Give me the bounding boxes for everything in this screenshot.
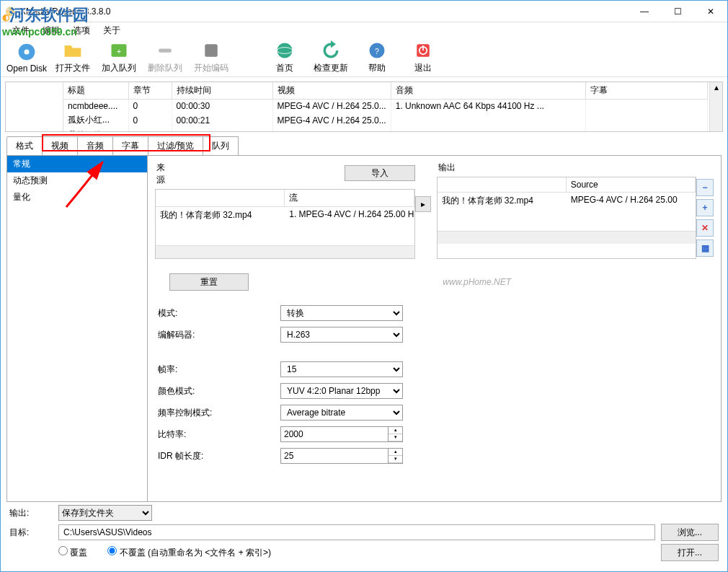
svg-text:+: + xyxy=(117,47,121,56)
side-item-general[interactable]: 常规 xyxy=(7,156,147,172)
tab-subtitle[interactable]: 字幕 xyxy=(112,136,148,155)
source-header: Source xyxy=(567,177,696,193)
import-button[interactable]: 导入 xyxy=(345,165,414,181)
minimize-button[interactable]: — xyxy=(628,1,661,22)
file-list[interactable]: 标题 章节 持续时间 视频 音频 字幕 ncmbdeee....000:00:3… xyxy=(5,82,723,132)
file-row[interactable]: 孤妖小红...000:00:21MPEG-4 AVC / H.264 25.0.… xyxy=(63,113,708,128)
col-subtitle[interactable]: 字幕 xyxy=(585,82,707,100)
start-encode-button: 开始编码 xyxy=(191,39,231,76)
bitrate-spinner[interactable]: ▴▾ xyxy=(389,426,403,442)
disk-icon xyxy=(17,42,37,62)
exit-button[interactable]: 退出 xyxy=(403,39,443,76)
output-mode-select[interactable]: 保存到文件夹 xyxy=(58,505,152,521)
close-button[interactable]: ✕ xyxy=(694,1,727,22)
help-button[interactable]: ? 帮助 xyxy=(357,39,397,76)
add-queue-icon: + xyxy=(109,40,129,61)
check-update-button[interactable]: 检查更新 xyxy=(311,39,351,76)
stream-header: 流 xyxy=(285,190,414,207)
remove-queue-icon xyxy=(155,40,175,61)
delete-item-button[interactable]: ✕ xyxy=(696,219,714,237)
watermark-small: www.pHome.NET xyxy=(443,277,511,287)
output-label: 输出 xyxy=(437,160,697,177)
side-item-dynamic[interactable]: 动态预测 xyxy=(7,172,147,189)
rate-select[interactable]: Average bitrate xyxy=(280,405,403,421)
exit-icon xyxy=(413,40,433,61)
tab-filter[interactable]: 过滤/预览 xyxy=(148,136,203,155)
col-title[interactable]: 标题 xyxy=(63,82,128,100)
tab-video[interactable]: 视频 xyxy=(42,136,78,155)
source-label: 来源 xyxy=(155,160,172,189)
encode-icon xyxy=(201,40,221,61)
overwrite-radio[interactable]: 覆盖 xyxy=(58,546,87,559)
idr-label: IDR 帧长度: xyxy=(158,450,280,462)
menubar: 文件 编辑 选项 关于 xyxy=(1,22,727,38)
menu-file[interactable]: 文件 xyxy=(6,23,35,38)
window-title: XMedia Recode 3.3.8.0 xyxy=(20,6,110,17)
maximize-button[interactable]: ☐ xyxy=(661,1,694,22)
target-label: 目标: xyxy=(9,527,53,539)
svg-text:?: ? xyxy=(375,47,379,56)
output-box: Source 我的！体育老师 32.mp4MPEG-4 AVC / H.264 … xyxy=(437,177,697,259)
scrollbar[interactable]: ▴ xyxy=(709,82,722,131)
bottom-panel: 输出: 保存到文件夹 目标: 浏览... 覆盖 不覆盖 (自动重命名为 <文件名… xyxy=(1,496,727,571)
bitrate-label: 比特率: xyxy=(158,428,280,441)
idr-spinner[interactable]: ▴▾ xyxy=(389,448,403,464)
tab-queue[interactable]: 队列 xyxy=(203,136,239,155)
grid-item-button[interactable]: ▦ xyxy=(696,239,714,257)
transfer-button[interactable]: ▸ xyxy=(415,196,431,212)
color-label: 颜色模式: xyxy=(158,385,280,397)
source-box: 流 我的！体育老师 32.mp41. MPEG-4 AVC / H.264 25… xyxy=(155,189,415,259)
hscroll[interactable] xyxy=(156,245,414,258)
tab-audio[interactable]: 音频 xyxy=(77,136,113,155)
codec-select[interactable]: H.263 xyxy=(280,327,403,343)
app-icon: 📀 xyxy=(5,6,16,17)
output-mode-label: 输出: xyxy=(9,507,53,519)
idr-input[interactable] xyxy=(280,448,389,464)
open-button[interactable]: 打开... xyxy=(661,544,719,561)
svg-point-1 xyxy=(25,49,30,54)
side-list: 常规 动态预测 量化 xyxy=(7,156,148,501)
reset-button[interactable]: 重置 xyxy=(169,273,249,291)
mode-select[interactable]: 转换 xyxy=(280,305,403,321)
file-row[interactable]: 我的！体...000:00:30MPEG-4 AVC / H.264 25.0.… xyxy=(63,128,708,132)
col-video[interactable]: 视频 xyxy=(272,82,391,100)
mode-label: 模式: xyxy=(158,307,280,320)
tabs: 格式 视频 音频 字幕 过滤/预览 队列 xyxy=(6,136,722,156)
remove-queue-button: 删除队列 xyxy=(145,39,185,76)
col-duration[interactable]: 持续时间 xyxy=(172,82,272,100)
menu-edit[interactable]: 编辑 xyxy=(37,23,66,38)
menu-options[interactable]: 选项 xyxy=(67,23,96,38)
content-panel: 常规 动态预测 量化 来源 导入 流 我的！体育老师 32.mp41. MPEG… xyxy=(6,156,722,502)
open-disk-button[interactable]: Open Disk xyxy=(6,39,47,76)
col-audio[interactable]: 音频 xyxy=(391,82,585,100)
svg-rect-5 xyxy=(205,44,218,57)
toolbar: Open Disk 打开文件 + 加入队列 删除队列 开始编码 首页 检查更新 … xyxy=(1,38,727,77)
rate-label: 频率控制模式: xyxy=(158,407,280,419)
refresh-icon xyxy=(321,40,341,61)
browse-button[interactable]: 浏览... xyxy=(661,524,719,541)
fps-select[interactable]: 15 xyxy=(280,361,403,377)
remove-item-button[interactable]: − xyxy=(696,179,714,196)
hscroll[interactable] xyxy=(438,231,696,244)
titlebar: 📀 XMedia Recode 3.3.8.0 — ☐ ✕ xyxy=(1,1,727,22)
codec-label: 编解码器: xyxy=(158,329,280,341)
svg-rect-4 xyxy=(159,48,172,52)
svg-point-6 xyxy=(278,43,293,58)
fps-label: 帧率: xyxy=(158,364,280,376)
col-chapter[interactable]: 章节 xyxy=(128,82,172,100)
home-button[interactable]: 首页 xyxy=(265,39,305,76)
tab-format[interactable]: 格式 xyxy=(6,136,43,155)
globe-icon xyxy=(275,40,295,61)
folder-icon xyxy=(63,40,83,61)
open-file-button[interactable]: 打开文件 xyxy=(53,39,93,76)
bitrate-input[interactable] xyxy=(280,426,389,442)
side-item-quantize[interactable]: 量化 xyxy=(7,189,147,206)
no-overwrite-radio[interactable]: 不覆盖 (自动重命名为 <文件名 + 索引>) xyxy=(107,546,271,559)
add-queue-button[interactable]: + 加入队列 xyxy=(99,39,139,76)
file-row[interactable]: ncmbdeee....000:00:30MPEG-4 AVC / H.264 … xyxy=(63,100,708,113)
menu-about[interactable]: 关于 xyxy=(97,23,126,38)
target-path-input[interactable] xyxy=(58,524,655,540)
help-icon: ? xyxy=(367,40,387,61)
color-select[interactable]: YUV 4:2:0 Planar 12bpp xyxy=(280,383,403,399)
add-item-button[interactable]: + xyxy=(696,199,714,216)
